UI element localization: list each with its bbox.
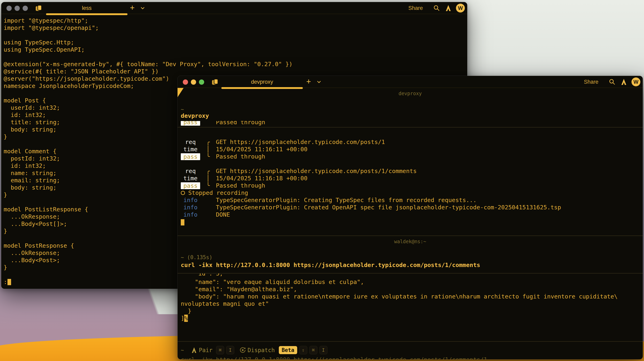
- request-status: Passed through: [216, 153, 265, 160]
- status-row: pass ╰ Passed through: [181, 182, 641, 189]
- share-button[interactable]: Share: [408, 5, 423, 11]
- time-label: time: [181, 146, 200, 153]
- warp-logo-icon[interactable]: [620, 79, 627, 85]
- tab-less[interactable]: less: [46, 2, 128, 14]
- output-line-clipped: "id": 5,: [181, 274, 641, 277]
- request-time: 15/04/2025 11:16:11 +00:00: [216, 146, 308, 153]
- request-url: GET https://jsonplaceholder.typicode.com…: [216, 168, 416, 174]
- request-time: 15/04/2025 11:16:18 +00:00: [216, 175, 308, 182]
- bracket-top: ╭: [200, 139, 216, 145]
- titlebar[interactable]: less + Share W: [1, 2, 467, 14]
- output-line: "name": "vero eaque aliquid doloribus et…: [181, 278, 641, 286]
- minimize-button[interactable]: [191, 79, 196, 85]
- pair-shortcut-key: I: [226, 346, 234, 354]
- tab-list-icon[interactable]: [212, 78, 219, 86]
- duration: ~ (0.135s): [181, 254, 212, 260]
- output-line: nvoluptates magni quo et": [181, 300, 641, 307]
- code-line: @extension("x-ms-generated-by", #{ toolN…: [4, 60, 467, 68]
- info-text: TypeSpecGeneratorPlugin: Created OpenAPI…: [216, 204, 561, 211]
- info-text: TypeSpecGeneratorPlugin: Creating TypeSp…: [216, 197, 476, 204]
- code-line: import "@typespec/http";: [4, 17, 467, 24]
- search-icon[interactable]: [433, 5, 440, 11]
- window-controls[interactable]: [6, 6, 28, 11]
- command-row[interactable]: devproxy: [181, 112, 641, 119]
- zoom-button[interactable]: [199, 79, 204, 85]
- new-tab-button[interactable]: +: [306, 77, 311, 86]
- titlebar[interactable]: devproxy + Share W: [178, 76, 643, 88]
- tab-list-icon[interactable]: [35, 4, 43, 12]
- tab-title: devproxy: [251, 79, 273, 85]
- output-line: "body": "harum non quasi et ratione\ntem…: [181, 293, 641, 300]
- code-line: using TypeSpec.OpenAPI;: [4, 46, 467, 53]
- bracket-top: ╭: [200, 168, 216, 174]
- code-line: import "@typespec/openapi";: [4, 24, 467, 31]
- warp-logo-icon[interactable]: [445, 5, 452, 11]
- dispatch-orbit-icon: [240, 347, 246, 353]
- output-lines: "name": "vero eaque aliquid doloribus et…: [181, 278, 641, 315]
- curl-command-row[interactable]: curl -ikx http://127.0.0.1:8000 https://…: [181, 261, 641, 269]
- request-row[interactable]: req ╭ GET https://jsonplaceholder.typico…: [181, 138, 641, 146]
- share-button[interactable]: Share: [584, 79, 598, 85]
- info-text: DONE: [216, 211, 230, 218]
- cursor: [8, 279, 11, 285]
- code-line: [4, 31, 467, 39]
- footer-bar: ~ Pair ⌘ I Dispatch Beta ⇧ ⌘ I: [181, 346, 641, 355]
- tab-title: less: [82, 5, 92, 11]
- time-row: time │ 15/04/2025 11:16:11 +00:00: [181, 146, 641, 153]
- new-tab-button[interactable]: +: [130, 3, 134, 12]
- percent-marker: %: [184, 315, 188, 322]
- close-button[interactable]: [6, 6, 12, 11]
- terminal-window-devproxy[interactable]: devproxy + Share W devproxy ~ devproxy p…: [178, 76, 643, 360]
- bracket-bot: ╰: [200, 182, 216, 189]
- dispatch-shortcut-cmd: ⌘: [309, 346, 317, 354]
- curl-output[interactable]: "name": "vero eaque aliquid doloribus et…: [181, 278, 641, 322]
- wallpaper-light-band: [121, 288, 178, 314]
- minimize-button[interactable]: [14, 6, 20, 11]
- request-row[interactable]: req ╭ GET https://jsonplaceholder.typico…: [181, 167, 641, 175]
- tab-devproxy[interactable]: devproxy: [221, 76, 303, 88]
- stopped-recording-row: Stopped recording: [181, 189, 641, 196]
- remnant-text: Passed through: [216, 121, 265, 126]
- pass-badge: pass: [181, 182, 200, 189]
- output-line: "email": "Hayden@althea.biz",: [181, 286, 641, 293]
- req-label: req: [181, 139, 200, 145]
- less-prompt: :: [4, 279, 7, 285]
- search-icon[interactable]: [609, 79, 615, 85]
- dispatch-shortcut-shift: ⇧: [299, 346, 307, 354]
- dispatch-button[interactable]: Dispatch: [248, 347, 275, 354]
- duration-row: ~ (0.135s): [181, 254, 641, 261]
- scrolled-remnant-row: pass Passed through: [181, 121, 302, 127]
- zoom-button[interactable]: [22, 6, 28, 11]
- time-row: time │ 15/04/2025 11:16:18 +00:00: [181, 175, 641, 182]
- avatar[interactable]: W: [456, 4, 465, 12]
- cwd: ~: [181, 106, 184, 112]
- window-controls[interactable]: [183, 79, 204, 85]
- active-tab-indicator: [46, 13, 128, 15]
- chevron-down-icon[interactable]: [140, 7, 145, 10]
- request-status: Passed through: [216, 182, 265, 189]
- code-line: using TypeSpec.Http;: [4, 39, 467, 46]
- req-label: req: [181, 168, 200, 174]
- avatar[interactable]: W: [632, 77, 640, 86]
- cursor-row[interactable]: [181, 219, 641, 226]
- record-stop-icon: [181, 191, 185, 195]
- block-separator: [178, 127, 643, 127]
- command: devproxy: [181, 112, 209, 119]
- command-input[interactable]: curl -ikx http://127.0.0.1:8000 https://…: [181, 356, 487, 360]
- curl-command: curl -ikx http://127.0.0.1:8000 https://…: [181, 262, 480, 268]
- stopped-recording-text: Stopped recording: [188, 189, 248, 196]
- devproxy-session[interactable]: devproxy ~ devproxy pass Passed through …: [178, 88, 643, 359]
- bracket-bot: ╰: [200, 153, 216, 160]
- pass-badge: pass: [181, 153, 200, 160]
- chevron-down-icon[interactable]: [317, 81, 321, 84]
- close-button[interactable]: [183, 79, 188, 85]
- footer-divider: [178, 341, 643, 342]
- info-row: info TypeSpecGeneratorPlugin: Creating T…: [181, 196, 641, 204]
- block-separator: [178, 236, 643, 236]
- info-label: info: [181, 211, 200, 218]
- info-label: info: [181, 197, 200, 204]
- footer-cwd: ~: [181, 347, 184, 353]
- bracket-close: ]: [181, 315, 184, 322]
- pair-button[interactable]: Pair: [199, 347, 212, 354]
- request-url: GET https://jsonplaceholder.typicode.com…: [216, 139, 385, 145]
